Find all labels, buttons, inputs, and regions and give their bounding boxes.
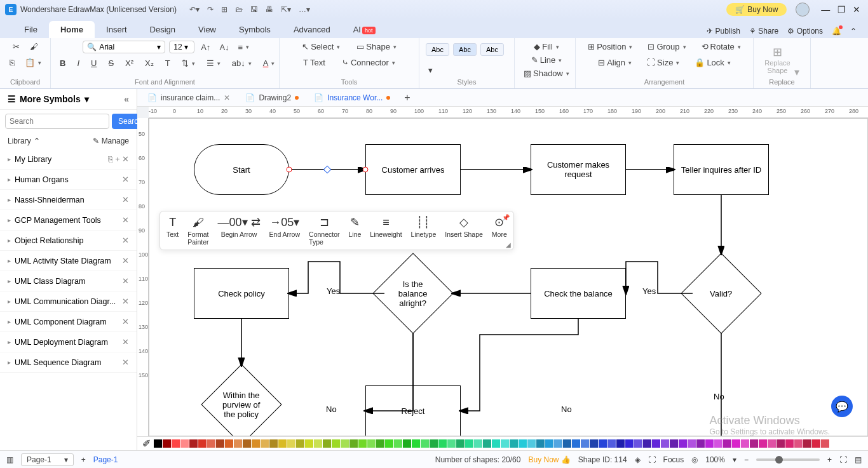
line-dropdown[interactable]: ✎ Line: [529, 54, 565, 66]
color-swatch[interactable]: [741, 439, 749, 448]
new-icon[interactable]: ⊞: [221, 5, 227, 14]
tab-insert[interactable]: Insert: [95, 21, 139, 38]
color-swatch[interactable]: [341, 439, 349, 448]
color-swatch[interactable]: [545, 439, 553, 448]
fill-dropdown[interactable]: ◆ Fill: [531, 41, 562, 53]
color-swatch[interactable]: [225, 439, 233, 448]
fit-icon[interactable]: ◎: [691, 455, 698, 464]
color-swatch[interactable]: [207, 439, 215, 448]
lib-item-my-library[interactable]: My Library⎘ + ✕: [0, 149, 137, 170]
color-swatch[interactable]: [607, 439, 616, 448]
color-swatch[interactable]: [189, 439, 198, 448]
color-swatch[interactable]: [643, 439, 651, 448]
ctx-line[interactable]: ✎Line: [349, 215, 362, 246]
tab-ai[interactable]: AIhot: [342, 21, 387, 38]
lib-item-human-organs[interactable]: Human Organs✕: [0, 170, 137, 190]
ctx-insert-shape[interactable]: ◇Insert Shape: [445, 215, 483, 246]
text-tool[interactable]: T Text: [301, 57, 328, 69]
close-button[interactable]: ✕: [850, 4, 863, 15]
page-selector[interactable]: Page-1▾: [21, 453, 74, 466]
shape-start[interactable]: Start: [194, 144, 289, 195]
color-swatch[interactable]: [527, 439, 536, 448]
color-swatch[interactable]: [269, 439, 278, 448]
color-swatch[interactable]: [261, 439, 269, 448]
export-icon[interactable]: ⇱▾: [281, 5, 291, 14]
lib-item-uml-deploy[interactable]: UML Deployment Diagram✕: [0, 332, 137, 352]
color-swatch[interactable]: [554, 439, 562, 448]
ctx-format-painter[interactable]: 🖌Format Painter: [187, 215, 208, 246]
pages-icon[interactable]: ▥: [6, 455, 13, 464]
rotate-dropdown[interactable]: ⟲ Rotate: [699, 41, 743, 53]
lib-item-nassi[interactable]: Nassi-Shneiderman✕: [0, 190, 137, 210]
symbol-search-input[interactable]: [5, 114, 109, 129]
save-icon[interactable]: 🖫: [250, 5, 258, 14]
zoom-in-button[interactable]: +: [827, 455, 832, 464]
color-swatch[interactable]: [705, 439, 714, 448]
color-swatch[interactable]: [652, 439, 660, 448]
tab-symbols[interactable]: Symbols: [227, 21, 282, 38]
add-tab-button[interactable]: +: [398, 90, 416, 106]
color-swatch[interactable]: [367, 439, 376, 448]
color-swatch[interactable]: [599, 439, 607, 448]
close-tab-icon[interactable]: ✕: [224, 93, 230, 102]
color-swatch[interactable]: [483, 439, 491, 448]
color-swatch[interactable]: [376, 439, 384, 448]
spacing-icon[interactable]: ⇅: [179, 57, 198, 69]
shape-valid[interactable]: Valid?: [681, 253, 761, 333]
color-swatch[interactable]: [750, 439, 758, 448]
size-dropdown[interactable]: ⛶ Size: [644, 57, 682, 69]
zoom-out-button[interactable]: −: [744, 455, 749, 464]
color-swatch[interactable]: [332, 439, 340, 448]
color-swatch[interactable]: [616, 439, 625, 448]
shape-customer-request[interactable]: Customer makes request: [531, 144, 626, 195]
font-name-select[interactable]: 🔍 Arial▾: [83, 41, 165, 53]
help-chat-button[interactable]: 💬: [831, 396, 853, 417]
ctx-text[interactable]: TText: [166, 215, 179, 246]
replace-drop-icon[interactable]: ▾: [794, 66, 799, 78]
underline-button[interactable]: U: [88, 57, 99, 69]
color-swatch[interactable]: [243, 439, 251, 448]
group-dropdown[interactable]: ⊡ Group: [645, 41, 688, 53]
color-swatch[interactable]: [670, 439, 678, 448]
options-link[interactable]: ⚙ Options: [787, 27, 823, 36]
page-tab[interactable]: Page-1: [93, 455, 118, 464]
color-swatch[interactable]: [759, 439, 767, 448]
color-swatch[interactable]: [314, 439, 322, 448]
color-swatch[interactable]: [421, 439, 429, 448]
subscript-button[interactable]: X₂: [142, 57, 156, 69]
color-swatch[interactable]: [785, 439, 794, 448]
presentation-icon[interactable]: ⛶: [648, 455, 656, 464]
color-swatch[interactable]: [723, 439, 731, 448]
tab-file[interactable]: File: [13, 21, 49, 38]
color-swatch[interactable]: [768, 439, 776, 448]
text-dir-icon[interactable]: ab↓: [229, 57, 254, 69]
color-swatch[interactable]: [661, 439, 669, 448]
doctab-insurance-claim[interactable]: 📄 insurance claim... ✕: [140, 91, 238, 105]
replace-shape-icon[interactable]: ⊞: [764, 45, 790, 59]
fullscreen-icon[interactable]: ⛶: [839, 455, 847, 464]
shape-check-policy[interactable]: Check policy: [194, 268, 289, 319]
pin-icon[interactable]: 📌: [502, 214, 510, 221]
color-swatch[interactable]: [296, 439, 304, 448]
color-swatch[interactable]: [492, 439, 500, 448]
tab-home[interactable]: Home: [49, 21, 95, 38]
lib-item-uml-class[interactable]: UML Class Diagram✕: [0, 271, 137, 291]
select-tool[interactable]: ↖ Select: [299, 41, 342, 53]
style-preset-1[interactable]: Abc: [426, 43, 449, 56]
color-swatch[interactable]: [216, 439, 224, 448]
color-swatch[interactable]: [349, 439, 358, 448]
shape-reject[interactable]: Reject: [365, 385, 461, 436]
shape-check-balance[interactable]: Check the balance: [531, 268, 626, 319]
color-swatch[interactable]: [385, 439, 393, 448]
color-swatch[interactable]: [234, 439, 242, 448]
tab-advanced[interactable]: Advanced: [282, 21, 342, 38]
zoom-slider[interactable]: [756, 458, 820, 461]
ctx-lineweight[interactable]: ≡Lineweight: [370, 215, 402, 246]
publish-link[interactable]: ✈ Publish: [707, 27, 740, 36]
color-swatch[interactable]: [501, 439, 509, 448]
tab-view[interactable]: View: [187, 21, 227, 38]
maximize-button[interactable]: ❐: [835, 4, 848, 15]
panels-icon[interactable]: ▤: [855, 455, 862, 464]
italic-button[interactable]: I: [74, 57, 82, 69]
color-swatch[interactable]: [572, 439, 580, 448]
